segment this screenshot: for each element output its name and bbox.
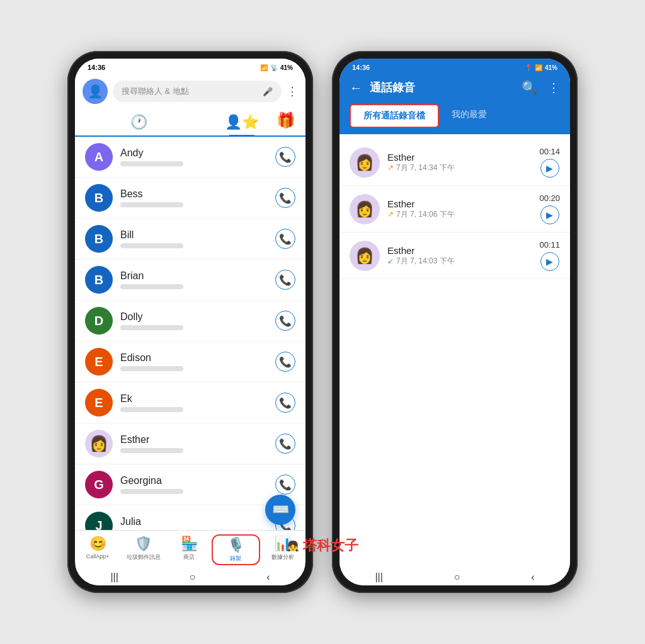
play-button[interactable]: ▶: [540, 159, 559, 178]
contact-sub: [120, 407, 183, 412]
back-gesture[interactable]: |||: [110, 572, 118, 583]
nav-analytics-label: 數據分析: [271, 553, 294, 561]
esther-avatar: 👩: [85, 430, 113, 457]
nav-record[interactable]: 🎙️ 錄製: [212, 534, 260, 565]
avatar: E: [85, 389, 113, 417]
right-time: 14:36: [352, 64, 370, 71]
contact-info: Brian: [120, 270, 268, 289]
left-status-bar: 14:36 📶 📡 41%: [75, 59, 305, 74]
call-button[interactable]: 📞: [275, 393, 295, 413]
list-item[interactable]: E Edison 📞: [75, 342, 305, 382]
avatar: G: [85, 471, 113, 498]
header-icons: 🔍 ⋮: [522, 80, 560, 95]
contact-sub: [120, 161, 183, 166]
list-item[interactable]: E Ek 📞: [75, 382, 305, 423]
contact-sub: [120, 489, 183, 494]
right-status-icons: 📍 📶 41%: [525, 64, 557, 71]
recording-info: Esther ↙ 7月 7, 14:03 下午: [387, 245, 532, 267]
mic-icon[interactable]: 🎤: [263, 87, 273, 96]
recording-name: Esther: [387, 152, 532, 163]
gift-badge[interactable]: 🎁: [277, 112, 295, 129]
contact-name: Georgina: [120, 475, 268, 486]
more-options-button[interactable]: ⋮: [287, 84, 298, 98]
call-recording-header: ← 通話錄音 🔍 ⋮: [340, 74, 570, 104]
search-input[interactable]: 搜尋聯絡人 & 地點 🎤: [113, 81, 282, 102]
play-button[interactable]: ▶: [540, 205, 559, 224]
nav-store-label: 商店: [183, 553, 195, 561]
recents-gesture[interactable]: ‹: [266, 572, 270, 583]
list-item[interactable]: A Andy 📞: [75, 137, 305, 178]
esther-avatar-1: 👩: [350, 147, 380, 178]
tab-all-recordings[interactable]: 所有通話錄音檔: [350, 104, 439, 128]
avatar: B: [85, 225, 113, 253]
recording-item[interactable]: 👩 Esther ↗ 7月 7, 14:06 下午 00:20 ▶: [340, 186, 570, 233]
recording-date: 7月 7, 14:34 下午: [396, 163, 455, 173]
contact-info: Andy: [120, 147, 268, 166]
page-container: 14:36 📶 📡 41% 👤 搜尋聯絡人 & 地點 🎤 ⋮ 🕐: [67, 51, 578, 593]
nav-spam[interactable]: 🛡️ 垃圾郵件訊息: [120, 534, 166, 565]
right-phone: 14:36 📍 📶 41% ← 通話錄音 🔍 ⋮ 所有通話錄音檔: [332, 51, 578, 593]
contact-name: Edison: [120, 352, 268, 364]
call-button[interactable]: 📞: [275, 474, 295, 495]
list-item[interactable]: B Bess 📞: [75, 178, 305, 219]
left-phone-screen: 14:36 📶 📡 41% 👤 搜尋聯絡人 & 地點 🎤 ⋮ 🕐: [75, 59, 305, 585]
back-gesture-right[interactable]: |||: [375, 572, 382, 583]
right-location-icon: 📍: [525, 64, 532, 71]
list-item[interactable]: D Dolly 📞: [75, 301, 305, 342]
record-icon: 🎙️: [227, 537, 244, 553]
recording-item[interactable]: 👩 Esther ↙ 7月 7, 14:03 下午 00:11 ▶: [340, 233, 570, 279]
right-battery: 41%: [545, 64, 557, 71]
nav-spam-label: 垃圾郵件訊息: [127, 553, 161, 561]
contact-tabs: 🕐 👤⭐ 🎁: [75, 109, 305, 137]
tab-history[interactable]: 🕐: [88, 109, 190, 135]
recording-info: Esther ↗ 7月 7, 14:34 下午: [387, 152, 532, 173]
avatar: A: [85, 143, 113, 171]
contact-name: Julia: [120, 516, 268, 527]
system-nav: ||| ○ ‹: [75, 566, 305, 585]
back-button[interactable]: ←: [350, 81, 362, 95]
recording-item[interactable]: 👩 Esther ↗ 7月 7, 14:34 下午 00:14 ▶: [340, 139, 570, 186]
contact-info: Dolly: [120, 311, 268, 330]
dialpad-fab[interactable]: ⌨️: [265, 495, 295, 525]
esther-avatar-3: 👩: [350, 241, 380, 271]
home-gesture-right[interactable]: ○: [454, 572, 460, 583]
user-avatar[interactable]: 👤: [83, 79, 108, 104]
play-button[interactable]: ▶: [540, 252, 559, 271]
nav-callapp[interactable]: 😊 CallApp+: [75, 534, 120, 565]
recording-controls: 00:14 ▶: [539, 147, 560, 178]
search-icon[interactable]: 🔍: [522, 80, 537, 95]
contact-sub: [120, 325, 183, 330]
left-wifi-icon: 📡: [270, 64, 278, 71]
recording-duration: 00:11: [539, 240, 560, 250]
bottom-nav: 😊 CallApp+ 🛡️ 垃圾郵件訊息 🏪 商店 🎙️ 錄製 📊: [75, 530, 305, 566]
call-button[interactable]: 📞: [275, 147, 295, 167]
contact-name: Esther: [120, 434, 268, 446]
call-button[interactable]: 📞: [275, 352, 295, 372]
call-button[interactable]: 📞: [275, 229, 295, 249]
avatar: J: [85, 512, 113, 530]
left-phone: 14:36 📶 📡 41% 👤 搜尋聯絡人 & 地點 🎤 ⋮ 🕐: [67, 51, 313, 593]
contact-sub: [120, 202, 183, 207]
call-button[interactable]: 📞: [275, 311, 295, 331]
tab-favorites[interactable]: 我的最愛: [439, 104, 499, 128]
call-button[interactable]: 📞: [275, 434, 295, 454]
left-signal-icon: 📶: [260, 64, 268, 71]
nav-store[interactable]: 🏪 商店: [166, 534, 212, 565]
more-icon[interactable]: ⋮: [547, 80, 560, 95]
recording-name: Esther: [387, 198, 532, 209]
list-item[interactable]: B Bill 📞: [75, 219, 305, 260]
avatar: B: [85, 266, 113, 294]
call-button[interactable]: 📞: [275, 188, 295, 208]
avatar: D: [85, 307, 113, 335]
home-gesture[interactable]: ○: [190, 572, 196, 583]
list-item[interactable]: 👩 Esther 📞: [75, 423, 305, 464]
recents-gesture-right[interactable]: ‹: [531, 572, 534, 583]
list-item[interactable]: B Brian 📞: [75, 260, 305, 301]
contact-info: Bill: [120, 229, 268, 248]
nav-callapp-label: CallApp+: [86, 553, 110, 560]
contact-info: Edison: [120, 352, 268, 371]
callapp-icon: 😊: [89, 536, 106, 552]
call-button[interactable]: 📞: [275, 270, 295, 290]
nav-analytics[interactable]: 📊 數據分析: [260, 534, 305, 565]
recording-duration: 00:20: [539, 193, 560, 203]
